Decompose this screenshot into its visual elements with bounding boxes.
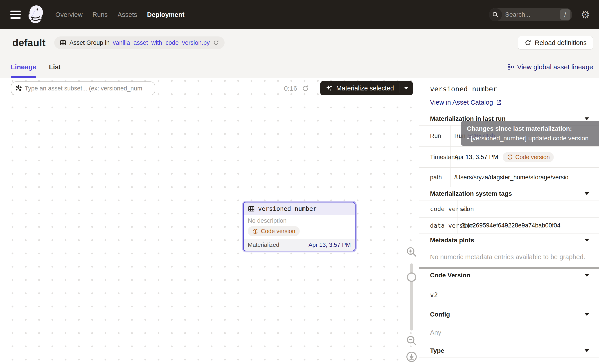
page-header: default Asset Group in vanilla_asset_wit… bbox=[0, 29, 599, 56]
code-version-change-icon bbox=[507, 154, 513, 160]
asset-group-file-link[interactable]: vanilla_asset_with_code_version.py bbox=[113, 39, 210, 46]
view-global-asset-lineage-label: View global asset lineage bbox=[517, 63, 593, 71]
nav-right: / ⚙ bbox=[489, 8, 590, 21]
tooltip-title: Changes since last materialization: bbox=[467, 124, 599, 133]
table-icon bbox=[60, 39, 66, 46]
menu-icon[interactable] bbox=[10, 11, 21, 19]
tooltip-item: • [versioned_number] updated code versio… bbox=[467, 133, 599, 143]
section-code-version[interactable]: Code Version bbox=[419, 269, 599, 282]
changes-tooltip: Changes since last materialization: • [v… bbox=[461, 121, 599, 146]
sparkles-icon bbox=[325, 84, 333, 92]
section-type[interactable]: Type bbox=[419, 344, 599, 357]
section-materialization-system-tags[interactable]: Materialization system tags bbox=[419, 187, 599, 200]
code-version-badge-label: Code version bbox=[515, 154, 550, 161]
chevron-down-icon bbox=[404, 87, 408, 89]
reload-definitions-label: Reload definitions bbox=[535, 39, 587, 47]
zoom-in-icon[interactable] bbox=[406, 246, 417, 258]
collapse-caret-icon bbox=[585, 192, 589, 195]
nav-deployment[interactable]: Deployment bbox=[147, 11, 185, 18]
timestamp-value: Apr 13, 3:57 PM bbox=[454, 154, 498, 161]
materialize-selected-label: Materialize selected bbox=[336, 85, 394, 92]
asset-group-prefix: Asset Group in bbox=[70, 39, 110, 46]
asset-subset-input[interactable] bbox=[25, 85, 151, 92]
zoom-controls bbox=[405, 246, 419, 363]
asset-group-badge: Asset Group in vanilla_asset_with_code_v… bbox=[54, 36, 225, 49]
tab-list[interactable]: List bbox=[49, 56, 61, 78]
refresh-countdown: 0:16 bbox=[284, 85, 297, 92]
dagster-logo[interactable] bbox=[27, 5, 45, 24]
app-root: Overview Runs Assets Deployment / ⚙ defa… bbox=[0, 0, 599, 364]
path-link[interactable]: /Users/sryza/dagster_home/storage/versio bbox=[454, 174, 568, 181]
section-label: Materialization system tags bbox=[430, 190, 512, 197]
tab-bar: Lineage List View global asset lineage bbox=[0, 56, 599, 78]
config-value: Any bbox=[419, 321, 599, 344]
collapse-caret-icon bbox=[585, 239, 589, 242]
zoom-slider-handle[interactable] bbox=[407, 272, 416, 282]
section-label: Config bbox=[430, 311, 450, 318]
view-in-asset-catalog-label: View in Asset Catalog bbox=[430, 99, 493, 106]
search-shortcut-badge: / bbox=[560, 9, 570, 20]
collapse-caret-icon bbox=[585, 274, 589, 277]
materialized-time-link[interactable]: Apr 13, 3:57 PM bbox=[308, 241, 351, 248]
code-version-badge-label: Code version bbox=[261, 228, 295, 235]
asset-node-footer: Materialized Apr 13, 3:57 PM bbox=[244, 239, 355, 251]
tag-value: 3bfc269594ef649228e9a74bab00f04 bbox=[458, 217, 599, 234]
page-title: default bbox=[12, 37, 46, 48]
table-icon bbox=[248, 205, 255, 212]
sidebar-title-block: versioned_number View in Asset Catalog bbox=[419, 78, 599, 112]
sidebar-asset-name: versioned_number bbox=[430, 85, 589, 93]
asset-node-versioned-number[interactable]: versioned_number No description Code ver… bbox=[243, 202, 355, 251]
refresh-icon bbox=[524, 39, 531, 46]
asset-node-body: No description Code version bbox=[244, 215, 355, 239]
tag-key: data_version bbox=[419, 217, 458, 234]
code-version-badge: Code version bbox=[503, 152, 554, 162]
refresh-icon[interactable] bbox=[301, 85, 309, 92]
nav-overview[interactable]: Overview bbox=[55, 11, 83, 18]
nav-runs[interactable]: Runs bbox=[92, 11, 108, 18]
nav-assets[interactable]: Assets bbox=[118, 11, 137, 18]
zoom-out-icon[interactable] bbox=[406, 335, 417, 346]
tab-lineage[interactable]: Lineage bbox=[11, 56, 36, 78]
code-version-value: v2 bbox=[419, 282, 599, 308]
lineage-graph-icon bbox=[507, 64, 514, 70]
content: 0:16 Materialize selected bbox=[0, 78, 599, 364]
refresh-icon[interactable] bbox=[213, 40, 219, 46]
view-in-asset-catalog-link[interactable]: View in Asset Catalog bbox=[430, 99, 502, 106]
materialized-label: Materialized bbox=[248, 241, 279, 248]
reload-definitions-button[interactable]: Reload definitions bbox=[518, 36, 593, 50]
asset-node-header: versioned_number bbox=[244, 202, 355, 215]
asset-subset-input-box[interactable] bbox=[11, 81, 155, 95]
collapse-caret-icon bbox=[585, 313, 589, 316]
section-label: Code Version bbox=[430, 272, 470, 279]
asset-node-description: No description bbox=[248, 217, 351, 224]
refresh-timer: 0:16 bbox=[284, 81, 309, 95]
materialize-dropdown-button[interactable] bbox=[399, 81, 413, 95]
search-input[interactable] bbox=[502, 11, 560, 18]
lineage-canvas[interactable]: 0:16 Materialize selected bbox=[0, 78, 419, 364]
path-row: path /Users/sryza/dagster_home/storage/v… bbox=[419, 167, 599, 187]
metadata-plots-empty-text: No numeric metadata entries available to… bbox=[419, 247, 599, 267]
code-version-badge: Code version bbox=[248, 226, 300, 236]
view-global-asset-lineage-link[interactable]: View global asset lineage bbox=[507, 63, 593, 71]
tag-row-data-version: data_version 3bfc269594ef649228e9a74bab0… bbox=[419, 217, 599, 234]
primary-nav: Overview Runs Assets Deployment bbox=[55, 11, 185, 18]
tag-row-code-version: code_version v1 bbox=[419, 200, 599, 217]
gear-icon[interactable]: ⚙ bbox=[581, 9, 590, 20]
section-metadata-plots[interactable]: Metadata plots bbox=[419, 234, 599, 247]
external-link-icon bbox=[496, 99, 502, 106]
asset-node-name: versioned_number bbox=[258, 205, 317, 212]
asset-detail-sidebar: versioned_number View in Asset Catalog M… bbox=[419, 78, 599, 364]
top-nav: Overview Runs Assets Deployment / ⚙ bbox=[0, 0, 599, 29]
materialize-selected-button[interactable]: Materialize selected bbox=[320, 81, 399, 95]
run-row-label: Run bbox=[419, 126, 451, 147]
path-row-label: path bbox=[419, 168, 451, 187]
tag-value: v1 bbox=[458, 200, 599, 217]
zoom-slider[interactable] bbox=[410, 263, 413, 330]
download-image-icon[interactable] bbox=[406, 351, 417, 363]
materialize-button-group: Materialize selected bbox=[320, 81, 413, 95]
code-version-change-icon bbox=[252, 228, 259, 234]
search-box[interactable]: / bbox=[489, 8, 572, 21]
section-config[interactable]: Config bbox=[419, 308, 599, 321]
type-body bbox=[419, 357, 599, 357]
panel-splitter[interactable] bbox=[419, 267, 599, 269]
